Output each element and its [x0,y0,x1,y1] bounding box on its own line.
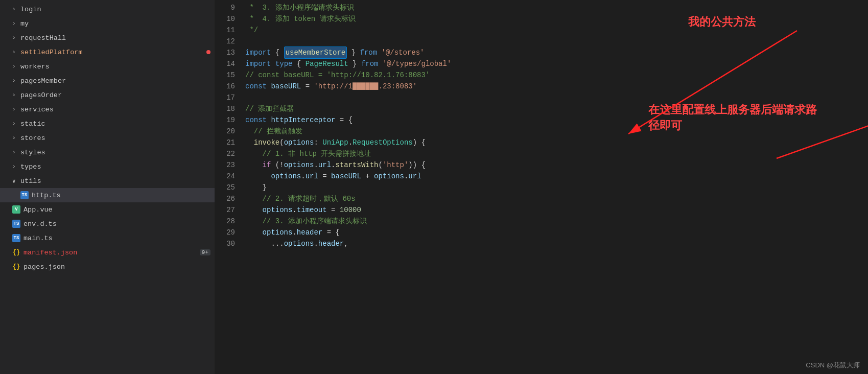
typescript-icon: TS [20,191,29,199]
modified-badge: 9+ [200,249,210,255]
sidebar-item-label: pagesOrder [20,91,62,99]
sidebar-item-pagesOrder[interactable]: › pagesOrder [0,88,215,102]
sidebar-item-label: stores [20,134,45,142]
code-line-16: const baseURL = 'http://1██████.23:8083' [241,81,868,92]
sidebar-item-my[interactable]: › my [0,16,215,31]
code-line-24: options.url = baseURL + options.url [241,171,868,182]
sidebar-item-label: App.vue [24,206,53,214]
sidebar-item-types[interactable]: › types [0,159,215,174]
sidebar-item-label: main.ts [24,235,53,242]
sidebar-item-label: pagesMember [20,77,66,85]
code-line-17 [241,92,868,103]
code-line-27: options.timeout = 10000 [241,204,868,216]
chevron-right-icon: › [12,78,20,84]
chevron-right-icon: › [12,163,20,170]
code-line-14: import type { PageResult } from '@/types… [241,58,868,69]
code-line-12 [241,36,868,47]
file-explorer[interactable]: › login › my › requestHall › settledPlat… [0,0,215,374]
code-line-21: invoke(options: UniApp.RequestOptions) { [241,137,868,148]
chevron-down-icon: ∨ [12,178,20,184]
sidebar-item-requestHall[interactable]: › requestHall [0,31,215,45]
sidebar-item-http-ts[interactable]: TS http.ts [0,188,215,202]
sidebar-item-styles[interactable]: › styles [0,145,215,159]
sidebar-item-label: env.d.ts [24,220,57,228]
code-line-25: } [241,182,868,193]
sidebar-item-label: utils [20,177,41,185]
sidebar-item-label: styles [20,149,45,156]
code-line-19: const httpInterceptor = { [241,114,868,126]
sidebar-item-main-ts[interactable]: TS main.ts [0,231,215,245]
sidebar-item-workers[interactable]: › workers [0,59,215,74]
code-line-20: // 拦截前触发 [241,126,868,137]
vue-icon: V [12,205,20,214]
chevron-right-icon: › [12,149,20,155]
chevron-right-icon: › [12,63,20,69]
watermark: CSDN @花鼠大师 [806,361,860,370]
sidebar-item-label: login [20,6,41,13]
sidebar-item-label: my [20,20,29,28]
sidebar-item-label: types [20,163,41,171]
code-editor: 9 10 11 12 13 14 15 16 17 18 19 20 21 22… [215,0,868,374]
chevron-right-icon: › [12,35,20,41]
sidebar-item-label: pages.json [24,263,65,271]
chevron-right-icon: › [12,6,20,12]
sidebar-item-label: http.ts [32,192,61,199]
sidebar-item-settledPlatform[interactable]: › settledPlatform [0,45,215,59]
line-numbers: 9 10 11 12 13 14 15 16 17 18 19 20 21 22… [215,0,241,374]
code-line-28: // 3. 添加小程序端请求头标识 [241,216,868,227]
sidebar-item-static[interactable]: › static [0,116,215,131]
sidebar-item-label: services [20,106,54,113]
sidebar-item-pagesMember[interactable]: › pagesMember [0,74,215,88]
sidebar-item-utils[interactable]: ∨ utils [0,174,215,188]
code-line-10: * 4. 添加 token 请求头标识 [241,13,868,25]
typescript-icon: TS [12,220,20,228]
sidebar-item-label: static [20,120,45,128]
modified-dot [206,50,210,54]
typescript-icon: TS [12,234,20,242]
chevron-right-icon: › [12,92,20,98]
sidebar-item-services[interactable]: › services [0,102,215,116]
sidebar-item-label: settledPlatform [20,49,83,56]
sidebar-item-stores[interactable]: › stores [0,131,215,145]
code-line-9: * 3. 添加小程序端请求头标识 [241,2,868,13]
sidebar-item-login[interactable]: › login [0,2,215,16]
sidebar-item-env-d-ts[interactable]: TS env.d.ts [0,217,215,231]
code-line-30: ...options.header, [241,238,868,249]
json-icon: {} [12,263,20,271]
code-line-26: // 2. 请求超时，默认 60s [241,193,868,204]
sidebar-item-app-vue[interactable]: V App.vue [0,202,215,217]
code-line-23: if (!options.url.startsWith('http')) { [241,159,868,171]
code-line-11: */ [241,25,868,36]
code-content: * 3. 添加小程序端请求头标识 * 4. 添加 token 请求头标识 */ … [241,0,868,374]
sidebar-item-pages-json[interactable]: {} pages.json [0,260,215,274]
chevron-right-icon: › [12,106,20,112]
code-line-22: // 1. 非 http 开头需拼接地址 [241,148,868,159]
sidebar-item-label: requestHall [20,34,66,42]
sidebar-item-label: manifest.json [24,249,77,256]
chevron-right-icon: › [12,135,20,141]
code-line-18: // 添加拦截器 [241,103,868,114]
chevron-right-icon: › [12,121,20,127]
code-line-29: options.header = { [241,227,868,238]
code-line-13: import { useMemberStore } from '@/stores… [241,47,868,58]
code-line-15: // const baseURL = 'http://10.82.1.76:80… [241,69,868,81]
chevron-right-icon: › [12,49,20,55]
sidebar-item-label: workers [20,63,50,71]
chevron-right-icon: › [12,20,20,27]
json-icon: {} [12,248,20,256]
sidebar-item-manifest-json[interactable]: {} manifest.json 9+ [0,245,215,260]
